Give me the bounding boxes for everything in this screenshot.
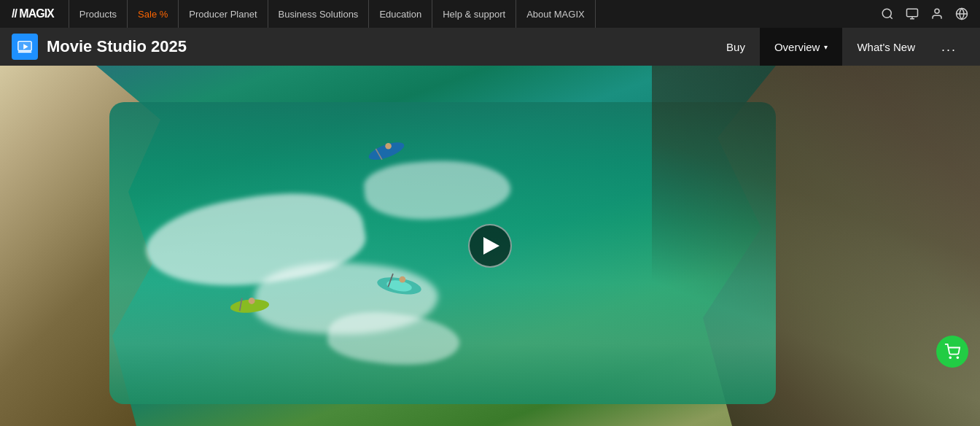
nav-item-help-support[interactable]: Help & support <box>432 0 516 28</box>
nav-icons-group <box>881 7 968 20</box>
nav-items-container: Products Sale % Producer Planet Business… <box>69 0 881 28</box>
play-triangle-icon <box>483 237 499 255</box>
svg-point-5 <box>935 9 939 13</box>
nav-item-business-solutions[interactable]: Business Solutions <box>268 0 370 28</box>
product-icon <box>12 34 38 60</box>
kayaker-2 <box>372 270 427 295</box>
hero-background <box>0 66 980 426</box>
globe-icon[interactable] <box>955 7 968 20</box>
chevron-down-icon: ▾ <box>824 43 828 51</box>
svg-point-12 <box>385 143 392 150</box>
svg-point-16 <box>400 276 406 283</box>
monitor-icon[interactable] <box>906 7 919 20</box>
more-options-button[interactable]: ... <box>930 28 968 66</box>
svg-line-1 <box>890 16 892 18</box>
whats-new-tab[interactable]: What's New <box>842 28 930 66</box>
top-navigation: // MAGIX Products Sale % Producer Planet… <box>0 0 980 28</box>
nav-item-producer-planet[interactable]: Producer Planet <box>179 0 268 28</box>
cart-icon <box>944 344 960 360</box>
product-title: Movie Studio 2025 <box>47 37 712 56</box>
svg-point-22 <box>957 357 958 358</box>
nav-item-education[interactable]: Education <box>369 0 432 28</box>
nav-item-about-magix[interactable]: About MAGIX <box>516 0 595 28</box>
kayaker-1 <box>365 139 408 160</box>
brand-logo[interactable]: // MAGIX <box>12 7 54 20</box>
svg-point-21 <box>949 357 951 358</box>
cart-fab-button[interactable] <box>936 336 968 368</box>
product-header: Movie Studio 2025 Buy Overview ▾ What's … <box>0 28 980 66</box>
movie-studio-icon <box>17 39 33 55</box>
kayaker-3 <box>226 292 273 315</box>
svg-point-11 <box>367 139 406 160</box>
search-icon[interactable] <box>881 7 894 20</box>
user-icon[interactable] <box>930 7 944 20</box>
play-button[interactable] <box>468 224 512 268</box>
buy-button[interactable]: Buy <box>712 28 760 66</box>
nav-item-sale[interactable]: Sale % <box>128 0 179 28</box>
hero-section <box>0 66 980 426</box>
svg-point-0 <box>882 9 891 18</box>
svg-point-19 <box>249 298 255 304</box>
product-sub-nav: Buy Overview ▾ What's New ... <box>712 28 968 66</box>
nav-item-products[interactable]: Products <box>69 0 128 28</box>
svg-rect-2 <box>907 9 918 17</box>
magix-logo: // MAGIX <box>12 7 54 20</box>
overview-tab[interactable]: Overview ▾ <box>760 28 843 66</box>
